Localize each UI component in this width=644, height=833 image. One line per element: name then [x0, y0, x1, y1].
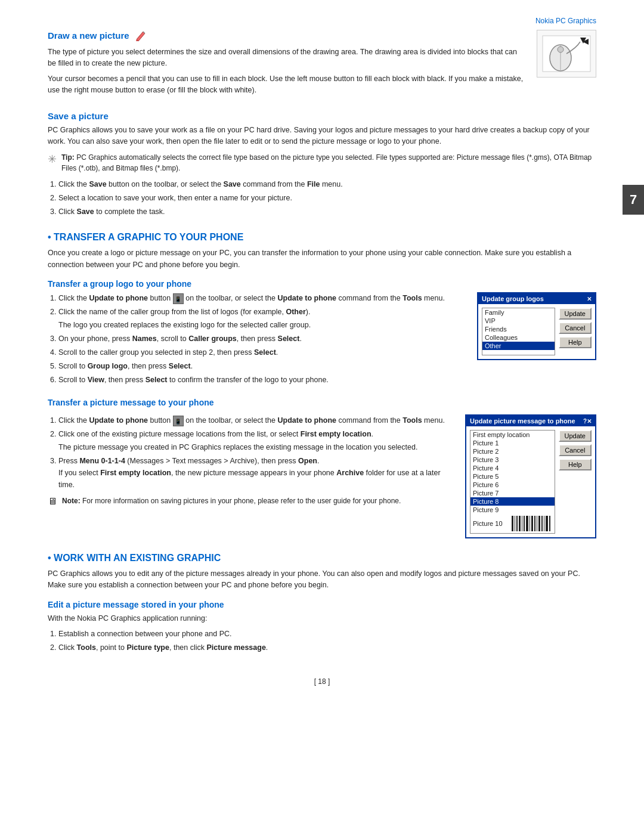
save-steps-list: Click the Save button on the toolbar, or… [58, 178, 596, 218]
edit-picture-steps: Establish a connection between your phon… [58, 628, 596, 654]
transfer-graphic-section: • TRANSFER A GRAPHIC TO YOUR PHONE Once … [48, 232, 596, 538]
cancel-button-group[interactable]: Cancel [559, 322, 592, 334]
save-step-2: Select a location to save your work, the… [58, 192, 596, 204]
list-item-pic4[interactable]: Picture 4 [470, 464, 555, 472]
dialog-body-picture: First empty location Picture 1 Picture 2… [466, 426, 595, 537]
save-picture-heading: Save a picture [48, 111, 596, 121]
mouse-illustration [540, 33, 593, 75]
svg-rect-15 [526, 516, 528, 531]
draw-picture-section: Draw a new picture The type of picture y… [48, 30, 596, 100]
svg-rect-23 [546, 516, 548, 531]
note-box: 🖥 Note: For more information on saving p… [48, 496, 453, 507]
note-label: Note: [62, 497, 80, 505]
transfer-picture-heading: Transfer a picture message to your phone [48, 398, 596, 407]
group-step-5: Scroll to Group logo, then press Select. [58, 360, 465, 372]
header-brand: Nokia PC Graphics [535, 17, 596, 25]
list-item-first-empty[interactable]: First empty location [470, 431, 555, 439]
list-item-other[interactable]: Other [482, 342, 555, 350]
update-button-picture[interactable]: Update [559, 430, 592, 442]
transfer-group-logo-text: Click the Update to phone button 📱 on th… [48, 292, 465, 389]
svg-rect-22 [544, 516, 544, 531]
dialog-title-group: Update group logos [482, 295, 544, 302]
list-item-pic3[interactable]: Picture 3 [470, 456, 555, 464]
transfer-graphic-heading: • TRANSFER A GRAPHIC TO YOUR PHONE [48, 232, 596, 243]
list-item-vip[interactable]: VIP [482, 317, 555, 325]
tip-icon: ✳ [48, 153, 57, 166]
draw-picture-image [537, 30, 596, 78]
svg-marker-0 [137, 32, 145, 41]
svg-rect-12 [519, 516, 521, 531]
page-footer: [ 18 ] [48, 677, 596, 686]
dialog-titlebar-picture: Update picture message to phone ?✕ [466, 416, 595, 426]
close-icon-picture[interactable]: ?✕ [583, 418, 592, 425]
list-item-family[interactable]: Family [482, 308, 555, 317]
svg-rect-18 [534, 516, 535, 531]
list-item-pic10[interactable]: Picture 10 [470, 514, 555, 533]
dialog-buttons-picture: Update Cancel Help [559, 430, 592, 534]
save-picture-section: Save a picture PC Graphics allows you to… [48, 111, 596, 218]
group-step-2: Click the name of the caller group from … [58, 306, 465, 331]
pencil-icon [134, 30, 147, 43]
page-number: [ 18 ] [314, 677, 330, 686]
svg-rect-13 [522, 516, 522, 531]
close-icon-group[interactable]: ✕ [587, 296, 592, 302]
list-item-pic6[interactable]: Picture 6 [470, 481, 555, 489]
picture-message-list: First empty location Picture 1 Picture 2… [470, 430, 555, 534]
edit-step-2: Click Tools, point to Picture type, then… [58, 642, 596, 654]
group-step-4: Scroll to the caller group you selected … [58, 346, 465, 358]
draw-picture-para2: Your cursor becomes a pencil that you ca… [48, 73, 525, 97]
dialog-body-group: Family VIP Friends Colleagues Other Upda… [478, 304, 595, 359]
save-picture-para1: PC Graphics allows you to save your work… [48, 125, 596, 148]
edit-step-1: Establish a connection between your phon… [58, 628, 596, 640]
tip-text: Tip: PC Graphics automatically selects t… [61, 152, 596, 174]
save-step-3: Click Save to complete the task. [58, 206, 596, 218]
work-existing-heading: • WORK WITH AN EXISTING GRAPHIC [48, 553, 596, 563]
list-item-friends[interactable]: Friends [482, 325, 555, 333]
transfer-graphic-intro: Once you create a logo or picture messag… [48, 247, 596, 271]
help-button-group[interactable]: Help [559, 336, 592, 348]
page-container: Nokia PC Graphics 7 Draw a new picture T… [0, 0, 644, 833]
group-step-1: Click the Update to phone button 📱 on th… [58, 292, 465, 304]
group-logo-list: Family VIP Friends Colleagues Other [482, 308, 555, 355]
edit-picture-heading: Edit a picture message stored in your ph… [48, 600, 596, 609]
update-phone-icon2: 📱 [173, 416, 184, 426]
work-existing-intro: PC Graphics allows you to edit any of th… [48, 568, 596, 592]
list-item-pic8[interactable]: Picture 8 [470, 497, 555, 506]
svg-rect-14 [524, 516, 525, 531]
svg-rect-19 [537, 516, 537, 531]
group-step-3: On your phone, press Names, scroll to Ca… [58, 333, 465, 345]
svg-rect-9 [512, 516, 513, 531]
svg-rect-20 [538, 516, 540, 531]
tip-label: Tip: [61, 153, 75, 162]
draw-picture-text: Draw a new picture The type of picture y… [48, 30, 525, 100]
transfer-picture-steps: Click the Update to phone button 📱 on th… [58, 414, 453, 491]
list-item-pic7[interactable]: Picture 7 [470, 489, 555, 497]
dialog-title-picture: Update picture message to phone [470, 417, 575, 425]
draw-picture-heading: Draw a new picture [48, 30, 525, 43]
pic-step-3: Press Menu 0-1-1-4 (Messages > Text mess… [58, 455, 453, 491]
update-button-group[interactable]: Update [559, 308, 592, 320]
list-item-pic1[interactable]: Picture 1 [470, 439, 555, 447]
note-content: For more information on saving pictures … [82, 497, 401, 505]
tip-content: PC Graphics automatically selects the co… [61, 153, 592, 172]
transfer-picture-text: Click the Update to phone button 📱 on th… [48, 414, 453, 510]
list-item-pic9[interactable]: Picture 9 [470, 506, 555, 514]
list-item-colleagues[interactable]: Colleagues [482, 333, 555, 342]
cancel-button-picture[interactable]: Cancel [559, 444, 592, 456]
edit-picture-sub: With the Nokia PC Graphics application r… [48, 613, 596, 624]
draw-picture-para1: The type of picture you select determine… [48, 47, 525, 70]
list-item-pic5[interactable]: Picture 5 [470, 472, 555, 481]
help-button-picture[interactable]: Help [559, 459, 592, 470]
dialog-titlebar-group: Update group logos ✕ [478, 293, 595, 304]
list-item-pic2[interactable]: Picture 2 [470, 447, 555, 456]
note-icon: 🖥 [48, 496, 57, 507]
save-step-1: Click the Save button on the toolbar, or… [58, 178, 596, 190]
work-existing-section: • WORK WITH AN EXISTING GRAPHIC PC Graph… [48, 553, 596, 654]
svg-rect-10 [515, 516, 515, 531]
note-text: Note: For more information on saving pic… [62, 496, 401, 506]
update-picture-dialog: Update picture message to phone ?✕ First… [465, 414, 596, 538]
pic-step-2: Click one of the existing picture messag… [58, 428, 453, 453]
group-step-6: Scroll to View, then press Select to con… [58, 374, 465, 386]
update-group-logos-dialog: Update group logos ✕ Family VIP Friends … [477, 292, 596, 360]
transfer-group-logo-steps: Click the Update to phone button 📱 on th… [58, 292, 465, 386]
